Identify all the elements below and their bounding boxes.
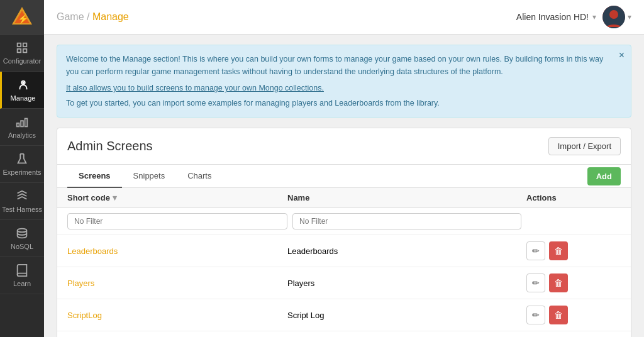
cell-name-scriptlog: Script Log	[287, 311, 526, 320]
main-content: Game / Manage Alien Invasion HD! ▾ ▾	[44, 0, 644, 337]
col-label-name: Name	[287, 193, 309, 202]
sidebar-label-test-harness: Test Harness	[2, 206, 42, 213]
game-selector[interactable]: Alien Invasion HD! ▾	[516, 12, 596, 22]
svg-rect-9	[17, 123, 19, 127]
sort-arrow-icon: ▾	[113, 193, 117, 202]
svg-text:⚡: ⚡	[18, 14, 29, 25]
edit-players-button[interactable]: ✏	[526, 273, 545, 292]
tabs-container: Screens Snippets Charts	[67, 165, 223, 187]
filter-row	[57, 208, 631, 235]
sidebar-item-experiments[interactable]: Experiments	[0, 146, 44, 183]
game-name: Alien Invasion HD!	[516, 12, 589, 22]
sidebar-item-analytics[interactable]: Analytics	[0, 109, 44, 146]
svg-rect-4	[23, 43, 27, 47]
tab-screens[interactable]: Screens	[67, 165, 122, 188]
info-banner: Welcome to the Manage section! This is w…	[57, 45, 631, 118]
col-label-short-code: Short code	[67, 193, 110, 202]
game-dropdown-arrow: ▾	[592, 13, 596, 21]
cell-name-players: Players	[287, 279, 526, 288]
table-row: ScriptLog Script Log ✏ 🗑	[57, 299, 631, 331]
header-right: Alien Invasion HD! ▾ ▾	[516, 6, 631, 28]
svg-rect-11	[25, 119, 28, 127]
breadcrumb-sep: /	[87, 11, 92, 22]
sidebar-item-configurator[interactable]: Configurator	[0, 35, 44, 72]
cell-short-code-players: Players	[67, 279, 287, 288]
delete-leaderboards-button[interactable]: 🗑	[549, 241, 568, 260]
tab-snippets[interactable]: Snippets	[122, 165, 177, 188]
add-button[interactable]: Add	[587, 167, 621, 185]
svg-point-15	[609, 10, 618, 19]
svg-rect-10	[21, 121, 23, 126]
content-area: Welcome to the Manage section! This is w…	[44, 35, 644, 337]
user-avatar-wrapper[interactable]: ▾	[602, 6, 631, 28]
table-row: Players Players ✏ 🗑	[57, 267, 631, 299]
breadcrumb-game: Game	[57, 11, 84, 22]
admin-panel: Admin Screens Import / Export Screens Sn…	[57, 128, 631, 337]
sidebar-label-nosql: NoSQL	[11, 243, 33, 250]
user-dropdown-arrow: ▾	[628, 13, 631, 21]
banner-link[interactable]: It also allows you to build screens to m…	[66, 84, 324, 92]
banner-close-button[interactable]: ×	[619, 50, 625, 60]
admin-screens-title: Admin Screens	[67, 139, 153, 153]
sidebar-label-experiments: Experiments	[3, 168, 41, 176]
tabs-row: Screens Snippets Charts Add	[57, 165, 631, 188]
sidebar-item-nosql[interactable]: NoSQL	[0, 220, 44, 257]
svg-rect-5	[18, 49, 21, 53]
sidebar: ⚡ Configurator Manage Analytics Experime…	[0, 0, 44, 337]
actions-players: ✏ 🗑	[526, 273, 621, 292]
delete-scriptlog-button[interactable]: 🗑	[549, 306, 568, 324]
delete-players-button[interactable]: 🗑	[549, 273, 568, 292]
edit-leaderboards-button[interactable]: ✏	[526, 241, 545, 260]
sidebar-logo: ⚡	[0, 0, 44, 35]
sidebar-label-analytics: Analytics	[8, 131, 36, 139]
col-label-actions: Actions	[526, 193, 557, 202]
sidebar-label-manage: Manage	[11, 94, 36, 102]
header: Game / Manage Alien Invasion HD! ▾ ▾	[44, 0, 644, 35]
tab-charts[interactable]: Charts	[176, 165, 223, 188]
cell-short-code-scriptlog: ScriptLog	[67, 311, 287, 320]
banner-line1: Welcome to the Manage section! This is w…	[66, 53, 612, 78]
svg-point-13	[18, 229, 27, 233]
breadcrumb-active: Manage	[92, 11, 129, 22]
sidebar-item-test-harness[interactable]: Test Harness	[0, 183, 44, 220]
col-header-name: Name	[287, 193, 526, 202]
table-row: Leaderboards Leaderboards ✏ 🗑	[57, 235, 631, 267]
link-leaderboards[interactable]: Leaderboards	[67, 246, 118, 256]
cell-name-leaderboards: Leaderboards	[287, 246, 526, 256]
svg-rect-3	[18, 43, 21, 47]
svg-point-8	[23, 82, 24, 83]
sidebar-item-learn[interactable]: Learn	[0, 257, 44, 294]
actions-scriptlog: ✏ 🗑	[526, 306, 621, 324]
table-footer: Showing 1 to 3 of 3 10 25 50 100 1	[57, 331, 631, 337]
link-players[interactable]: Players	[67, 279, 94, 288]
banner-line3: To get you started, you can import some …	[66, 97, 612, 109]
filter-name[interactable]	[292, 213, 521, 229]
sidebar-item-manage[interactable]: Manage	[0, 72, 44, 109]
actions-leaderboards: ✏ 🗑	[526, 241, 621, 260]
sidebar-label-configurator: Configurator	[3, 57, 42, 65]
col-header-short-code: Short code ▾	[67, 193, 287, 202]
filter-short-code[interactable]	[67, 213, 287, 229]
svg-rect-6	[23, 49, 27, 53]
breadcrumb: Game / Manage	[57, 11, 129, 23]
table-header: Short code ▾ Name Actions	[57, 188, 631, 208]
sidebar-label-learn: Learn	[13, 280, 31, 287]
edit-scriptlog-button[interactable]: ✏	[526, 306, 545, 324]
col-header-actions: Actions	[526, 193, 621, 202]
admin-panel-header: Admin Screens Import / Export	[57, 128, 631, 165]
link-scriptlog[interactable]: ScriptLog	[67, 311, 102, 320]
user-avatar	[602, 6, 625, 28]
import-export-button[interactable]: Import / Export	[548, 137, 621, 155]
cell-short-code-leaderboards: Leaderboards	[67, 246, 287, 256]
